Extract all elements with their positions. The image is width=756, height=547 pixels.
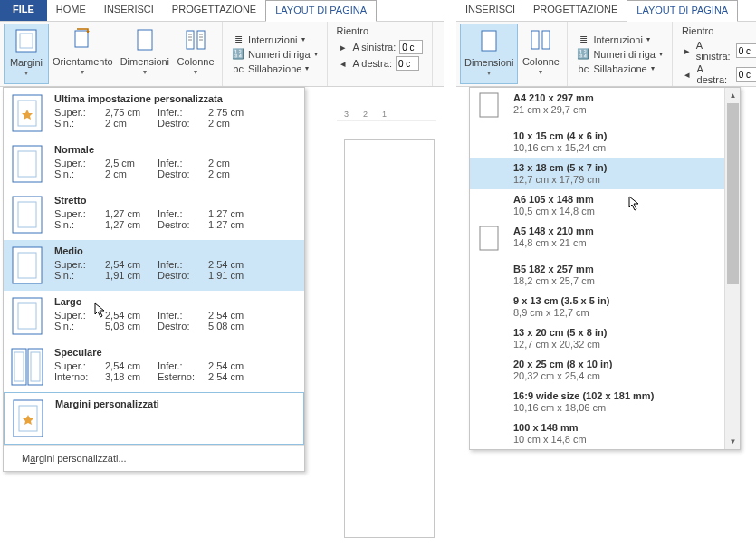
- chevron-down-icon: ▾: [24, 69, 28, 77]
- interruzioni-button[interactable]: ≣Interruzioni▾: [232, 34, 317, 46]
- margin-preview-icon: [11, 93, 43, 133]
- margin-option-6[interactable]: Margini personalizzati: [4, 392, 304, 445]
- dim-option-1[interactable]: 10 x 15 cm (4 x 6 in)10,16 cm x 15,24 cm: [470, 126, 724, 158]
- sillabazione-button-r[interactable]: bcSillabazione▾: [577, 62, 662, 75]
- tab-progettazione-r[interactable]: PROGETTAZIONE: [524, 0, 627, 21]
- dim-option-title: 9 x 13 cm (3.5 x 5 in): [513, 295, 609, 306]
- chevron-down-icon: ▾: [487, 69, 491, 77]
- dim-option-sub: 12,7 cm x 20,32 cm: [513, 339, 607, 350]
- svg-rect-34: [480, 226, 498, 250]
- margin-option-title: Largo: [54, 296, 297, 307]
- indent-right-input-r[interactable]: [736, 67, 756, 82]
- tab-inserisci-r[interactable]: INSERISCI: [456, 0, 524, 21]
- margin-preview-icon: [12, 398, 44, 438]
- colonne-label: Colonne: [177, 56, 215, 67]
- tab-inserisci[interactable]: INSERISCI: [95, 0, 163, 21]
- indent-left-input[interactable]: [399, 40, 423, 54]
- line-numbers-icon: 🔢: [232, 48, 244, 61]
- margin-preview-icon: [11, 347, 43, 387]
- tab-layout-pagina[interactable]: LAYOUT DI PAGINA: [265, 0, 377, 22]
- dim-option-title: 20 x 25 cm (8 x 10 in): [513, 359, 612, 369]
- indent-right-input[interactable]: [396, 56, 419, 71]
- svg-rect-30: [482, 31, 496, 51]
- margini-button[interactable]: Margini ▾: [4, 24, 49, 84]
- document-area[interactable]: [344, 139, 435, 538]
- dim-option-title: 13 x 20 cm (5 x 8 in): [513, 327, 607, 338]
- margin-option-0[interactable]: Ultima impostazione personalizzataSuper.…: [4, 88, 304, 139]
- margins-custom-footer[interactable]: Margini personalizzati...: [4, 445, 304, 471]
- indent-right-row[interactable]: ◂A destra:: [337, 56, 424, 71]
- margin-option-1[interactable]: NormaleSuper.:2,5 cmInfer.:2 cmSin.:2 cm…: [4, 139, 304, 189]
- indent-right-icon: ◂: [337, 57, 349, 70]
- dim-option-title: A6 105 x 148 mm: [513, 194, 595, 205]
- tab-progettazione[interactable]: PROGETTAZIONE: [163, 0, 265, 21]
- chevron-down-icon: ▾: [143, 68, 147, 76]
- margin-option-5[interactable]: SpeculareSuper.:2,54 cmInfer.:2,54 cmInt…: [4, 341, 304, 392]
- dim-option-0[interactable]: A4 210 x 297 mm21 cm x 29,7 cm: [470, 88, 724, 126]
- scroll-up-icon[interactable]: ▲: [725, 88, 740, 103]
- margin-option-title: Speculare: [54, 347, 297, 358]
- tabs-right: INSERISCI PROGETTAZIONE LAYOUT DI PAGINA: [456, 0, 756, 22]
- indent-left-row[interactable]: ▸A sinistra:: [337, 40, 424, 54]
- margin-preview-icon: [11, 296, 43, 336]
- dim-option-sub: 10,5 cm x 14,8 cm: [513, 206, 595, 216]
- dimensioni-button-left[interactable]: Dimensioni ▾: [117, 24, 173, 84]
- margin-option-2[interactable]: StrettoSuper.:1,27 cmInfer.:1,27 cmSin.:…: [4, 189, 304, 240]
- scrollbar[interactable]: ▲ ▼: [724, 88, 740, 449]
- scroll-down-icon[interactable]: ▼: [725, 434, 740, 449]
- margin-option-4[interactable]: LargoSuper.:2,54 cmInfer.:2,54 cmSin.:5,…: [4, 291, 304, 341]
- colonne-button-left[interactable]: Colonne ▾: [173, 24, 218, 84]
- dim-option-7[interactable]: 13 x 20 cm (5 x 8 in)12,7 cm x 20,32 cm: [470, 322, 724, 354]
- colonne-button-right[interactable]: Colonne ▾: [518, 24, 563, 84]
- dim-option-5[interactable]: B5 182 x 257 mm18,2 cm x 25,7 cm: [470, 259, 724, 291]
- dim-option-sub: 12,7 cm x 17,79 cm: [513, 174, 607, 185]
- dim-option-10[interactable]: 100 x 148 mm10 cm x 14,8 cm: [470, 417, 724, 449]
- dim-option-sub: 10,16 cm x 18,06 cm: [513, 402, 654, 413]
- dim-option-3[interactable]: A6 105 x 148 mm10,5 cm x 14,8 cm: [470, 189, 724, 221]
- page-size-icon: [479, 92, 504, 121]
- margin-preview-icon: [11, 245, 43, 285]
- dim-option-title: 16:9 wide size (102 x 181 mm): [513, 390, 654, 401]
- ribbon-left: Margini ▾ Orientamento ▾ Dimensioni ▾: [0, 22, 444, 87]
- dim-option-8[interactable]: 20 x 25 cm (8 x 10 in)20,32 cm x 25,4 cm: [470, 354, 724, 386]
- tab-layout-pagina-r[interactable]: LAYOUT DI PAGINA: [627, 0, 738, 22]
- numeri-riga-button[interactable]: 🔢Numeri di riga▾: [232, 48, 317, 61]
- dim-option-sub: 18,2 cm x 25,7 cm: [513, 275, 595, 286]
- chevron-down-icon: ▾: [539, 68, 542, 76]
- dim-option-6[interactable]: 9 x 13 cm (3.5 x 5 in)8,9 cm x 12,7 cm: [470, 291, 724, 322]
- dim-option-title: B5 182 x 257 mm: [513, 264, 595, 274]
- margin-option-title: Normale: [54, 144, 297, 155]
- dim-option-title: 10 x 15 cm (4 x 6 in): [513, 130, 607, 141]
- dimensioni-button[interactable]: Dimensioni ▾: [460, 24, 518, 84]
- numeri-riga-button-r[interactable]: 🔢Numeri di riga▾: [577, 48, 662, 61]
- margin-option-3[interactable]: MedioSuper.:2,54 cmInfer.:2,54 cmSin.:1,…: [4, 240, 304, 291]
- size-icon: [474, 26, 503, 55]
- svg-rect-3: [138, 30, 152, 50]
- chevron-down-icon: ▾: [81, 68, 84, 76]
- tabs-left: FILE HOME INSERISCI PROGETTAZIONE LAYOUT…: [0, 0, 444, 22]
- svg-rect-23: [12, 349, 26, 385]
- tab-file[interactable]: FILE: [0, 0, 47, 21]
- margin-option-title: Ultima impostazione personalizzata: [54, 93, 297, 104]
- orientamento-button[interactable]: Orientamento ▾: [49, 24, 117, 84]
- interruzioni-button-r[interactable]: ≣Interruzioni▾: [577, 34, 662, 46]
- margin-preview-icon: [11, 144, 43, 184]
- svg-rect-32: [542, 31, 550, 49]
- dim-option-9[interactable]: 16:9 wide size (102 x 181 mm)10,16 cm x …: [470, 386, 724, 417]
- dim-option-title: A4 210 x 297 mm: [513, 92, 594, 103]
- indent-left-input-r[interactable]: [736, 43, 756, 58]
- margini-label: Margini: [10, 57, 43, 68]
- chevron-down-icon: ▾: [194, 68, 197, 76]
- sillabazione-button[interactable]: bcSillabazione▾: [232, 62, 317, 75]
- scroll-thumb[interactable]: [727, 103, 739, 284]
- dim-option-4[interactable]: A5 148 x 210 mm14,8 cm x 21 cm: [470, 221, 724, 259]
- size-icon: [130, 25, 159, 54]
- svg-rect-33: [480, 93, 498, 117]
- dimensioni-label: Dimensioni: [120, 56, 169, 67]
- breaks-icon: ≣: [232, 34, 244, 46]
- dim-option-sub: 20,32 cm x 25,4 cm: [513, 370, 612, 381]
- dim-option-2[interactable]: 13 x 18 cm (5 x 7 in)12,7 cm x 17,79 cm: [470, 158, 724, 189]
- margin-preview-icon: [11, 195, 43, 235]
- margins-dropdown: Ultima impostazione personalizzataSuper.…: [3, 87, 305, 472]
- tab-home[interactable]: HOME: [47, 0, 95, 21]
